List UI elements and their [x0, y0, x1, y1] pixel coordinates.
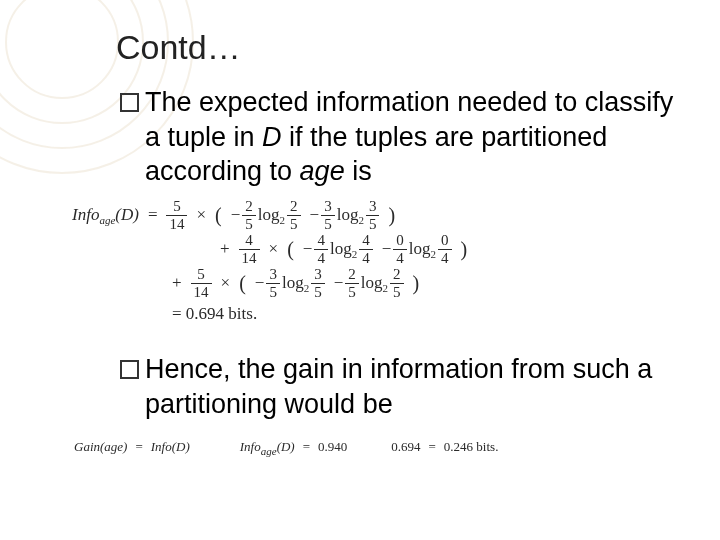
outer-frac-1: 5 14	[166, 199, 187, 232]
log: log2	[409, 236, 436, 263]
times-2: ×	[269, 236, 279, 262]
slide: Contd… The expected information needed t…	[0, 0, 720, 540]
d: 5	[266, 283, 280, 300]
log-base: 2	[383, 282, 389, 294]
den: 14	[239, 249, 260, 266]
t1b: − 35 log2 35	[310, 199, 380, 232]
n: 4	[314, 233, 328, 249]
v1: 0.940	[318, 439, 347, 455]
log-base: 2	[358, 214, 364, 226]
ia-sub: age	[261, 445, 277, 457]
n: 0	[393, 233, 407, 249]
ld: 5	[390, 283, 404, 300]
ln: 3	[366, 199, 380, 215]
log: log2	[361, 270, 388, 297]
ld: 5	[311, 283, 325, 300]
t1a: − 25 log2 25	[231, 199, 301, 232]
log: log2	[337, 202, 364, 229]
bullet-1-part3: is	[345, 156, 372, 186]
den: 14	[191, 283, 212, 300]
t2b: − 04 log2 04	[382, 233, 452, 266]
n: 3	[321, 199, 335, 215]
log: log2	[258, 202, 285, 229]
bullet-1: The expected information needed to class…	[120, 85, 680, 189]
bullet-box-icon	[120, 360, 139, 379]
den: 14	[166, 215, 187, 232]
bullet-2-prefix: Hence,	[145, 354, 231, 384]
lparen-2: (	[287, 234, 294, 264]
ld: 4	[438, 249, 452, 266]
ln: 2	[287, 199, 301, 215]
ln: 2	[390, 267, 404, 283]
result: 0.246 bits.	[444, 439, 499, 455]
formula-row-3: + 5 14 × ( − 35 log2 35 − 25 log2 25 )	[172, 267, 680, 300]
d: 5	[321, 215, 335, 232]
log-label: log	[361, 273, 383, 292]
gain-lhs: Gain(age)	[74, 439, 127, 455]
bullet-1-D: D	[262, 122, 282, 152]
log-label: log	[282, 273, 304, 292]
sign: −	[310, 202, 320, 228]
log: log2	[282, 270, 309, 297]
d: 4	[314, 249, 328, 266]
formula-lhs: Infoage(D)	[72, 202, 139, 229]
bullet-1-text: The expected information needed to class…	[145, 85, 680, 189]
d: 4	[393, 249, 407, 266]
sign: −	[231, 202, 241, 228]
bullet-1-age: age	[300, 156, 345, 186]
ln: 4	[359, 233, 373, 249]
sign: −	[382, 236, 392, 262]
rparen-3: )	[413, 268, 420, 298]
ia-arg: (D)	[277, 439, 295, 454]
log: log2	[330, 236, 357, 263]
num: 4	[242, 233, 256, 249]
times-1: ×	[196, 202, 206, 228]
plus-3: +	[172, 270, 182, 296]
lhs-info: Info	[72, 205, 99, 224]
lhs-sub: age	[99, 214, 115, 226]
plus-2: +	[220, 236, 230, 262]
ld: 5	[287, 215, 301, 232]
num: 5	[194, 267, 208, 283]
log-label: log	[330, 239, 352, 258]
v2: 0.694	[391, 439, 420, 455]
lparen-1: (	[215, 200, 222, 230]
ld: 4	[359, 249, 373, 266]
ia-label: Info	[240, 439, 261, 454]
formula-result-1: = 0.694 bits.	[172, 301, 680, 327]
outer-frac-3: 5 14	[191, 267, 212, 300]
rparen-2: )	[461, 234, 468, 264]
lhs-arg: (D)	[115, 205, 139, 224]
ln: 0	[438, 233, 452, 249]
slide-title: Contd…	[116, 28, 680, 67]
t3b: − 25 log2 25	[334, 267, 404, 300]
num: 5	[170, 199, 184, 215]
eq: =	[135, 439, 142, 455]
n: 3	[266, 267, 280, 283]
log-base: 2	[352, 248, 358, 260]
rparen-1: )	[388, 200, 395, 230]
lparen-3: (	[239, 268, 246, 298]
info-d: Info(D)	[151, 439, 190, 455]
t2a: − 44 log2 44	[303, 233, 373, 266]
times-3: ×	[221, 270, 231, 296]
ln: 3	[311, 267, 325, 283]
info-age: Infoage(D)	[240, 439, 295, 457]
formula-row-2: + 4 14 × ( − 44 log2 44 − 04 log2 04 )	[220, 233, 680, 266]
log-base: 2	[304, 282, 310, 294]
log-label: log	[337, 205, 359, 224]
eq3: =	[429, 439, 436, 455]
sign: −	[334, 270, 344, 296]
d: 5	[345, 283, 359, 300]
eq2: =	[303, 439, 310, 455]
formula-gain: Gain(age) = Info(D) Infoage(D) = 0.940 0…	[74, 439, 680, 457]
log-base: 2	[431, 248, 437, 260]
bullet-2-text: Hence, the gain in information from such…	[145, 352, 680, 421]
n: 2	[242, 199, 256, 215]
log-label: log	[409, 239, 431, 258]
d: 5	[242, 215, 256, 232]
equals-1: =	[148, 202, 158, 228]
sign: −	[303, 236, 313, 262]
formula-row-1: Infoage(D) = 5 14 × ( − 25 log2 25 − 35 …	[72, 199, 680, 232]
outer-frac-2: 4 14	[239, 233, 260, 266]
